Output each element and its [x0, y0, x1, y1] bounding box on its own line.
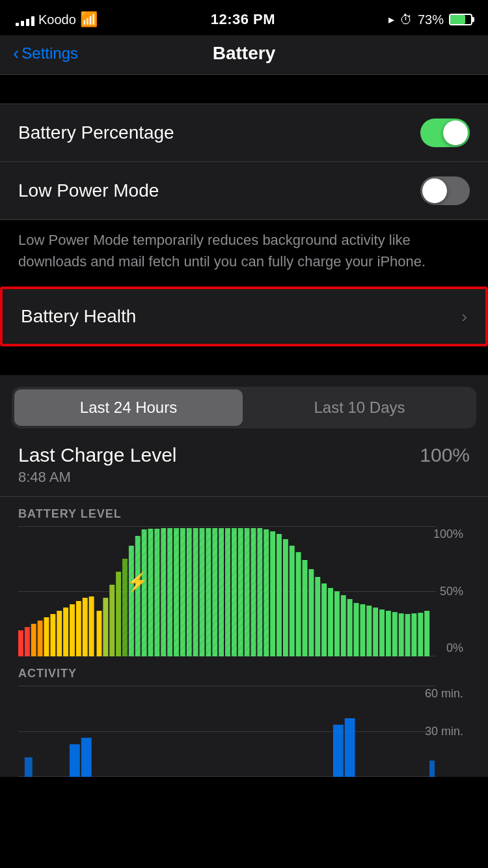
page-title: Battery [213, 43, 275, 64]
back-button[interactable]: ‹ Settings [13, 44, 78, 63]
svg-rect-39 [270, 531, 275, 656]
status-right: ▸ ⏱ 73% [388, 12, 472, 27]
battery-fill [450, 15, 465, 24]
svg-rect-69 [333, 725, 344, 777]
svg-rect-7 [63, 608, 68, 656]
svg-rect-52 [354, 603, 359, 656]
svg-rect-12 [96, 611, 102, 656]
activity-y-labels: 60 min. 30 min. 0 [425, 686, 463, 777]
back-chevron-icon: ‹ [13, 44, 19, 63]
svg-rect-6 [57, 611, 62, 656]
svg-rect-48 [328, 588, 333, 656]
svg-rect-46 [315, 577, 320, 656]
battery-chart-wrapper: ⚡ 100% 50% 0% [0, 526, 488, 656]
svg-rect-13 [103, 598, 108, 656]
battery-health-section: Battery Health › [0, 287, 488, 346]
svg-rect-51 [347, 599, 353, 656]
battery-level-chart-section: BATTERY LEVEL [0, 497, 488, 656]
charge-section: Last Charge Level 8:48 AM 100% [0, 428, 488, 496]
low-power-mode-label: Low Power Mode [18, 180, 159, 201]
location-icon: ▸ [388, 12, 394, 27]
charge-row: Last Charge Level 8:48 AM 100% [18, 444, 470, 486]
charge-title: Last Charge Level [18, 444, 177, 466]
nav-bar: ‹ Settings Battery [0, 35, 488, 75]
main-settings-section: Battery Percentage Low Power Mode [0, 104, 488, 220]
svg-rect-58 [392, 612, 398, 656]
svg-rect-43 [296, 552, 301, 656]
svg-rect-61 [411, 613, 416, 656]
wifi-icon: 📶 [80, 11, 98, 28]
activity-chart-section: ACTIVITY 60 min. 30 min. 0 [0, 656, 488, 777]
svg-rect-3 [38, 621, 43, 656]
segment-10d-button[interactable]: Last 10 Days [245, 389, 474, 426]
svg-rect-50 [341, 595, 346, 656]
activity-y-60: 60 min. [425, 687, 463, 701]
activity-chart-label: ACTIVITY [0, 667, 488, 680]
low-power-mode-row: Low Power Mode [0, 162, 488, 219]
time-segment-control: Last 24 Hours Last 10 Days [12, 387, 476, 428]
middle-spacer [0, 346, 488, 375]
svg-text:⚡: ⚡ [126, 571, 149, 593]
battery-percentage-label: 73% [418, 12, 444, 27]
battery-chart-label: BATTERY LEVEL [0, 507, 488, 521]
segment-24h-button[interactable]: Last 24 Hours [14, 389, 243, 426]
top-spacer [0, 75, 488, 104]
svg-rect-1 [25, 627, 30, 656]
svg-rect-0 [18, 630, 23, 656]
segment-container: Last 24 Hours Last 10 Days [0, 375, 488, 428]
battery-chart: ⚡ 100% 50% 0% [18, 526, 470, 656]
activity-chart: 60 min. 30 min. 0 [18, 686, 470, 777]
activity-y-30: 30 min. [425, 725, 463, 738]
status-time: 12:36 PM [211, 11, 275, 28]
low-power-mode-toggle[interactable] [420, 176, 470, 205]
svg-rect-40 [277, 534, 282, 656]
svg-rect-47 [321, 583, 327, 656]
charge-time: 8:48 AM [18, 469, 177, 486]
battery-percentage-label: Battery Percentage [18, 122, 174, 143]
svg-rect-5 [50, 614, 55, 656]
battery-icon [449, 14, 472, 25]
y-label-100: 100% [433, 527, 463, 541]
status-bar: Koodo 📶 12:36 PM ▸ ⏱ 73% [0, 0, 488, 35]
signal-icon [16, 13, 34, 26]
y-label-50: 50% [440, 585, 463, 598]
svg-rect-11 [89, 596, 94, 656]
toggle-knob [422, 178, 447, 203]
activity-chart-svg [18, 686, 436, 777]
alarm-icon: ⏱ [400, 12, 413, 27]
battery-percentage-toggle[interactable] [420, 119, 470, 147]
svg-rect-70 [345, 718, 355, 777]
charge-info: Last Charge Level 8:48 AM [18, 444, 177, 486]
svg-rect-2 [31, 624, 36, 656]
svg-rect-59 [399, 613, 404, 656]
svg-rect-68 [81, 738, 92, 777]
svg-rect-15 [116, 572, 121, 656]
svg-rect-8 [70, 604, 75, 656]
charge-percentage: 100% [420, 444, 470, 466]
svg-rect-53 [360, 604, 365, 656]
activity-chart-wrapper: 60 min. 30 min. 0 [0, 686, 488, 777]
svg-rect-57 [386, 611, 391, 656]
svg-rect-14 [109, 585, 115, 656]
battery-chart-svg: ⚡ [18, 526, 436, 656]
battery-health-label: Battery Health [21, 306, 136, 327]
back-label: Settings [21, 44, 78, 63]
svg-rect-10 [83, 598, 88, 656]
svg-rect-4 [44, 617, 49, 656]
status-left: Koodo 📶 [16, 11, 98, 28]
battery-percentage-row: Battery Percentage [0, 104, 488, 162]
svg-rect-45 [308, 569, 314, 656]
low-power-description: Low Power Mode temporarily reduces backg… [0, 220, 488, 287]
svg-rect-54 [366, 606, 372, 656]
toggle-knob [443, 120, 468, 145]
svg-rect-56 [379, 609, 385, 656]
carrier-label: Koodo [38, 12, 76, 27]
battery-health-row[interactable]: Battery Health › [3, 289, 485, 344]
svg-rect-44 [303, 560, 308, 656]
battery-y-labels: 100% 50% 0% [433, 526, 463, 656]
svg-rect-49 [334, 591, 340, 656]
svg-rect-55 [373, 608, 378, 656]
y-label-0: 0% [446, 641, 463, 655]
svg-rect-60 [405, 614, 411, 656]
svg-rect-9 [76, 601, 81, 656]
